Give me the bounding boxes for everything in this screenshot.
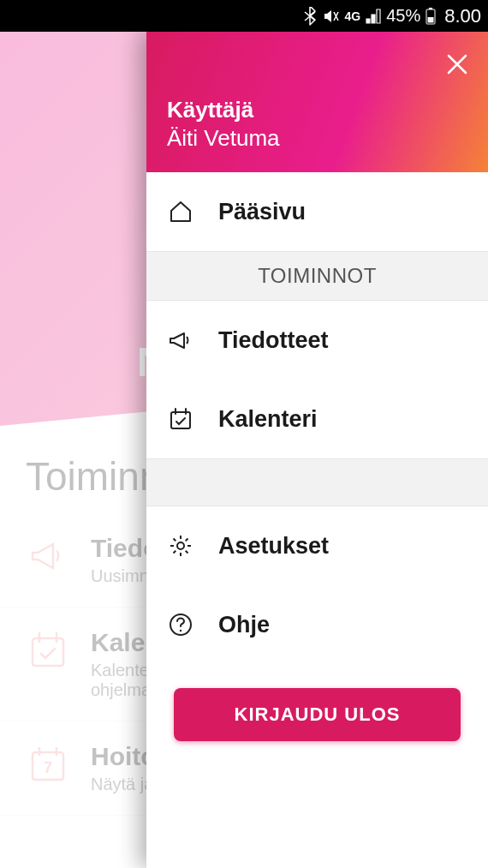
help-icon: [167, 611, 194, 638]
close-button[interactable]: [442, 49, 473, 80]
home-icon: [167, 198, 194, 225]
svg-point-9: [180, 630, 182, 632]
menu-announcements[interactable]: Tiedotteet: [146, 301, 488, 380]
signal-icon: [366, 9, 381, 24]
user-label: Käyttäjä: [167, 97, 467, 123]
bluetooth-icon: [303, 7, 317, 26]
clock: 8.00: [444, 5, 481, 27]
menu-label: Kalenteri: [218, 406, 318, 433]
section-functions: TOIMINNOT: [146, 251, 488, 301]
status-bar: 4G 45% 8.00: [0, 0, 488, 32]
menu-help[interactable]: Ohje: [146, 585, 488, 664]
menu-settings[interactable]: Asetukset: [146, 506, 488, 585]
logout-button[interactable]: KIRJAUDU ULOS: [174, 688, 461, 741]
svg-rect-2: [428, 17, 434, 23]
battery-percent: 45%: [386, 6, 420, 26]
megaphone-icon: [167, 326, 194, 354]
section-divider: [146, 458, 488, 506]
svg-point-7: [177, 542, 184, 549]
calendar-check-icon: [167, 405, 194, 433]
menu-label: Tiedotteet: [218, 327, 329, 354]
network-type: 4G: [344, 9, 360, 23]
menu-label: Ohje: [218, 612, 270, 638]
menu-home[interactable]: Pääsivu: [146, 172, 488, 251]
menu-label: Pääsivu: [218, 199, 306, 225]
drawer-body: Pääsivu TOIMINNOT Tiedotteet Kalenteri A…: [146, 172, 488, 868]
svg-rect-6: [171, 412, 190, 428]
gear-icon: [167, 532, 194, 560]
mute-icon: [322, 8, 339, 25]
close-icon: [445, 52, 469, 76]
user-name: Äiti Vetuma: [167, 125, 467, 152]
battery-icon: [426, 8, 436, 25]
svg-rect-1: [429, 8, 432, 9]
menu-calendar[interactable]: Kalenteri: [146, 380, 488, 458]
side-drawer: Käyttäjä Äiti Vetuma Pääsivu TOIMINNOT T…: [146, 32, 488, 868]
drawer-header: Käyttäjä Äiti Vetuma: [146, 32, 488, 172]
menu-label: Asetukset: [218, 533, 329, 560]
